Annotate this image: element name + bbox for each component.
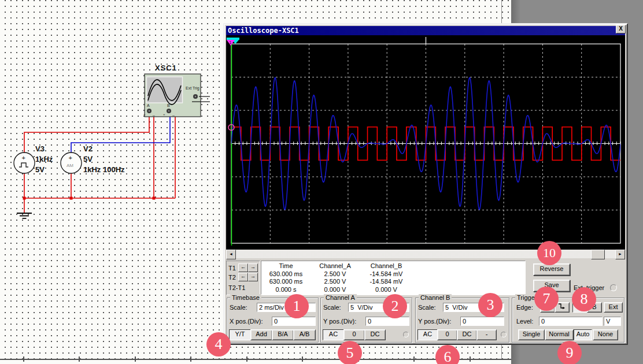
annotation-8: 8	[572, 287, 596, 311]
trigger-normal-button[interactable]: Normal	[545, 329, 574, 340]
channel-a-radio[interactable]	[403, 332, 409, 337]
timebase-yt-button[interactable]: Y/T	[229, 329, 251, 340]
source-v2[interactable]: + AM	[61, 153, 82, 173]
annotation-7: 7	[534, 287, 559, 311]
t2-channel-b: -14.584 mV	[360, 278, 413, 286]
timebase-xpos-label: X pos.(Div):	[230, 318, 263, 325]
window-title: Oscilloscope-XSC1	[226, 27, 299, 35]
delta-channel-a: 0.000 V	[311, 286, 360, 294]
t2-label: T2	[228, 274, 236, 281]
channel-b-ypos-input[interactable]	[460, 317, 504, 326]
delta-time: 0.000 s	[261, 286, 311, 294]
channel-b-zero-button[interactable]: 0	[437, 329, 457, 340]
channel-b-ac-button[interactable]: AC	[417, 329, 438, 340]
sheet-tick	[302, 356, 303, 362]
column-header-channel-a: Channel_A	[311, 262, 360, 270]
channel-b-minus-button[interactable]: -	[476, 329, 497, 340]
channel-a-legend: Channel A	[324, 294, 357, 301]
trigger-level-unit[interactable]	[604, 317, 621, 326]
cursor-control-box: T1 ←→ T2 ←→ T2-T1	[226, 261, 260, 295]
reverse-button[interactable]: Reverse	[533, 263, 570, 276]
t1-right-button[interactable]: →	[248, 263, 258, 272]
close-icon[interactable]: X	[616, 25, 626, 34]
sheet-tick	[246, 356, 247, 362]
channel-b-ypos-label: Y pos.(Div):	[418, 318, 451, 325]
window-titlebar[interactable]: Oscilloscope-XSC1	[226, 26, 625, 35]
channel-b-scale-label: Scale:	[418, 304, 436, 311]
channel-b-legend: Channel B	[419, 294, 452, 301]
multisim-screen: + + AM _ _ + + XSC1	[0, 0, 643, 364]
t1-time: 630.000 ms	[261, 270, 311, 278]
scroll-right-icon[interactable]: ►	[615, 250, 625, 259]
t2-channel-a: 2.500 V	[311, 278, 360, 286]
ext-trig-label: Ext Trig	[186, 86, 199, 90]
schematic-drawing: + + AM _ _ + +	[0, 0, 231, 364]
v2-frequency: 1kHz 100Hz	[83, 165, 125, 174]
sheet-tick	[413, 356, 415, 362]
scroll-left-icon[interactable]: ◄	[226, 250, 236, 259]
column-header-time: Time	[261, 262, 311, 270]
sheet-tick	[470, 356, 471, 362]
svg-text:+: +	[69, 154, 72, 161]
annotation-9: 9	[557, 341, 582, 364]
timebase-ab-button[interactable]: A/B	[293, 329, 316, 340]
svg-text:_: _	[172, 112, 175, 116]
t1-channel-a: 2.500 V	[311, 270, 360, 278]
ground-symbol[interactable]	[17, 213, 32, 218]
annotation-5: 5	[338, 341, 362, 364]
trigger-level-input[interactable]	[539, 317, 603, 326]
scope-display: 1	[226, 35, 625, 250]
channel-a-dc-button[interactable]: DC	[364, 329, 386, 340]
scope-hscrollbar[interactable]: ◄ ►	[226, 250, 625, 258]
trigger-auto-button[interactable]: Auto	[574, 329, 592, 340]
svg-text:+: +	[163, 113, 165, 116]
channel-b-dc-button[interactable]: DC	[457, 329, 477, 340]
t2-t1-label: T2-T1	[228, 284, 245, 291]
source-v3[interactable]: +	[14, 153, 35, 173]
t1-channel-b: -14.584 mV	[360, 270, 413, 278]
t1-left-button[interactable]: ←	[238, 263, 248, 272]
svg-text:1: 1	[230, 40, 232, 44]
xsc1-component[interactable]: _ _ + +	[143, 74, 210, 117]
timebase-ba-button[interactable]: B/A	[272, 329, 294, 340]
trigger-single-button[interactable]: Single	[518, 329, 545, 340]
xsc1-label: XSC1	[155, 64, 177, 72]
trigger-source-ext-button[interactable]: Ext	[604, 302, 623, 313]
oscilloscope-window: Oscilloscope-XSC1 X 1	[223, 23, 628, 345]
channel-a-ypos-label: Y pos.(Div):	[323, 318, 356, 325]
v2-name: V2	[83, 144, 93, 153]
t2-time: 630.000 ms	[261, 278, 311, 286]
annotation-2: 2	[383, 294, 407, 318]
svg-text:+: +	[22, 154, 25, 161]
v3-frequency: 1kHz	[35, 155, 53, 164]
timebase-legend: Timebase	[230, 294, 261, 301]
trigger-marker-icon[interactable]: 1	[227, 38, 239, 46]
trigger-level-label: Level:	[516, 318, 533, 325]
svg-text:_: _	[152, 112, 155, 116]
channel-a-ac-button[interactable]: AC	[323, 329, 344, 340]
am-glyph: AM	[66, 163, 73, 168]
ext-trigger-radio[interactable]	[610, 284, 617, 291]
terminal-b-label: B	[167, 103, 170, 107]
trigger-edge-label: Edge:	[516, 304, 533, 311]
channel-a-ypos-input[interactable]	[365, 317, 409, 326]
timebase-add-button[interactable]: Add	[250, 329, 272, 340]
annotation-10: 10	[537, 241, 561, 265]
v3-name: V3	[35, 144, 45, 153]
junction-dot	[23, 197, 26, 200]
t1-label: T1	[228, 265, 236, 272]
junction-dot	[70, 197, 73, 200]
v2-amplitude: 5V	[83, 155, 93, 164]
annotation-4: 4	[206, 332, 231, 356]
falling-edge-icon	[558, 303, 566, 310]
trigger-none-button[interactable]: None	[593, 329, 618, 340]
delta-channel-b: 0.000 V	[360, 286, 413, 294]
t2-left-button[interactable]: ←	[238, 273, 248, 281]
channel-a-zero-button[interactable]: 0	[343, 329, 365, 340]
annotation-3: 3	[478, 293, 502, 317]
channel-b-radio[interactable]	[501, 332, 507, 337]
svg-text:+: +	[143, 113, 146, 116]
scroll-thumb[interactable]	[591, 250, 605, 259]
channel-a-scale-label: Scale:	[323, 304, 341, 311]
t2-right-button[interactable]: →	[248, 273, 258, 281]
